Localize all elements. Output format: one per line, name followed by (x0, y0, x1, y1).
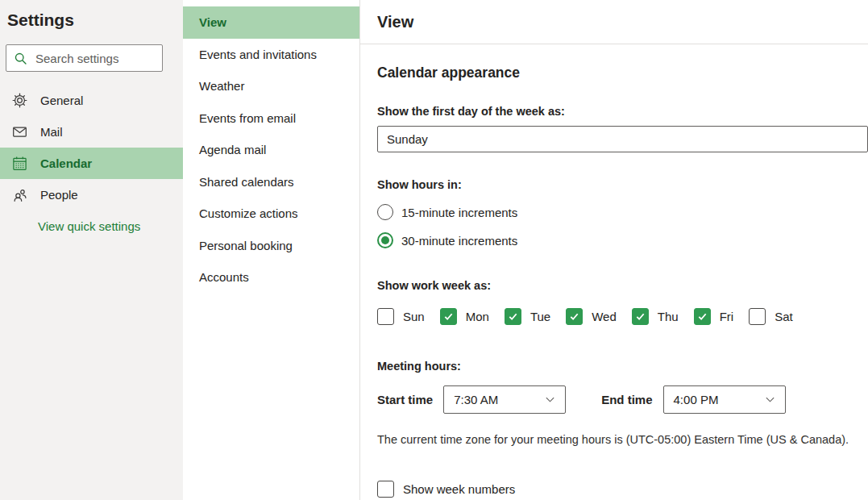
page-title: View (377, 13, 413, 31)
tab-accounts[interactable]: Accounts (183, 261, 359, 294)
meeting-hours-row: Start time 7:30 AM End time 4:00 PM (377, 385, 868, 414)
gear-icon (12, 93, 27, 108)
sidebar-item-label: Calendar (40, 156, 92, 170)
sidebar-item-people[interactable]: People (0, 179, 183, 210)
day-checkbox-wed[interactable] (566, 308, 583, 325)
sidebar-item-general[interactable]: General (0, 85, 183, 116)
day-tue: Tue (505, 308, 550, 325)
day-checkbox-mon[interactable] (440, 308, 457, 325)
end-time-dropdown[interactable]: 4:00 PM (663, 385, 786, 414)
search-settings-box[interactable] (6, 44, 163, 72)
tab-agenda-mail[interactable]: Agenda mail (183, 134, 359, 166)
day-label: Sat (775, 310, 793, 323)
day-checkbox-thu[interactable] (632, 308, 649, 325)
chevron-down-icon (765, 394, 775, 405)
check-icon (569, 311, 579, 322)
day-label: Wed (592, 310, 617, 323)
week-numbers-checkbox[interactable] (377, 481, 394, 498)
day-label: Tue (530, 310, 550, 323)
day-thu: Thu (632, 308, 679, 325)
end-time-label: End time (601, 393, 652, 406)
timezone-note: The current time zone for your meeting h… (377, 433, 868, 446)
day-sun: Sun (377, 308, 425, 325)
day-mon: Mon (440, 308, 489, 325)
check-icon (635, 311, 646, 322)
day-checkbox-fri[interactable] (694, 308, 711, 325)
calendar-icon (12, 156, 27, 171)
start-time-value: 7:30 AM (454, 393, 498, 406)
week-numbers-label: Show week numbers (403, 482, 515, 496)
day-checkbox-sat[interactable] (749, 308, 766, 325)
show-hours-label: Show hours in: (377, 178, 868, 191)
settings-title: Settings (7, 10, 183, 30)
start-time-dropdown[interactable]: 7:30 AM (443, 385, 566, 414)
tab-customize-actions[interactable]: Customize actions (183, 198, 359, 230)
tab-events-from-email[interactable]: Events from email (183, 102, 359, 135)
sidebar-item-calendar[interactable]: Calendar (0, 148, 183, 179)
day-label: Sun (403, 310, 425, 323)
work-week-label: Show work week as: (377, 279, 868, 292)
meeting-hours-label: Meeting hours: (377, 360, 868, 373)
people-icon (12, 187, 27, 202)
day-label: Fri (720, 310, 734, 323)
tab-weather[interactable]: Weather (183, 70, 359, 102)
sidebar-item-mail[interactable]: Mail (0, 116, 183, 148)
settings-sidebar: Settings Ge (0, 0, 183, 500)
radio-label: 15-minute increments (401, 206, 517, 219)
radio-15-minute[interactable]: 15-minute increments (377, 204, 868, 220)
day-checkbox-tue[interactable] (505, 308, 521, 325)
settings-window: Settings Ge (0, 0, 868, 500)
tab-personal-booking[interactable]: Personal booking (183, 230, 359, 262)
tab-shared-calendars[interactable]: Shared calendars (183, 166, 359, 198)
first-day-select[interactable]: Sunday (377, 126, 868, 152)
search-input[interactable] (34, 51, 155, 66)
section-title-calendar-appearance: Calendar appearance (377, 65, 868, 81)
radio-30-minute[interactable]: 30-minute increments (377, 232, 868, 248)
show-week-numbers-row[interactable]: Show week numbers (377, 481, 868, 498)
panel-header: View (360, 0, 868, 44)
day-wed: Wed (566, 308, 617, 325)
tab-view[interactable]: View (183, 6, 359, 39)
check-icon (697, 311, 708, 322)
mail-icon (12, 124, 27, 140)
radio-button[interactable] (377, 204, 393, 220)
first-day-value: Sunday (387, 132, 428, 146)
check-icon (443, 311, 454, 322)
day-label: Thu (658, 310, 679, 323)
chevron-down-icon (545, 394, 555, 405)
view-quick-settings-link[interactable]: View quick settings (38, 219, 140, 233)
sidebar-item-label: People (40, 188, 78, 202)
view-settings-panel: View Calendar appearance Show the first … (360, 0, 868, 500)
tab-events-and-invitations[interactable]: Events and invitations (183, 39, 359, 71)
radio-button[interactable] (377, 232, 393, 248)
check-icon (508, 311, 518, 322)
search-icon (14, 52, 27, 65)
first-day-label: Show the first day of the week as: (377, 105, 868, 118)
end-time-value: 4:00 PM (674, 393, 719, 406)
day-fri: Fri (694, 308, 734, 325)
calendar-settings-nav: View Events and invitations Weather Even… (183, 0, 360, 500)
day-label: Mon (466, 310, 489, 323)
sidebar-item-label: Mail (40, 125, 63, 139)
sidebar-item-label: General (40, 94, 83, 107)
radio-label: 30-minute increments (401, 234, 517, 248)
start-time-label: Start time (377, 393, 433, 406)
day-checkbox-sun[interactable] (377, 308, 394, 325)
work-week-days: Sun Mon Tue Wed Thu Fri (377, 308, 868, 325)
day-sat: Sat (749, 308, 793, 325)
sidebar-nav: General Mail (0, 85, 183, 210)
